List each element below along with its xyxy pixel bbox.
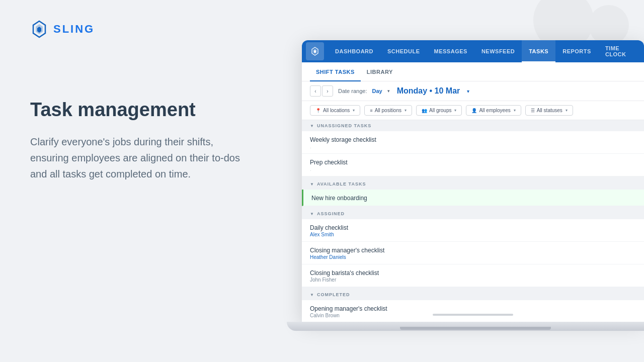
collapse-completed-icon[interactable]: ▼ [310, 293, 314, 297]
section-label-unassigned: UNASSIGNED TASKS [317, 123, 371, 128]
statuses-icon: ☰ [531, 108, 535, 113]
nav-dashboard[interactable]: DASHBOARD [328, 40, 380, 62]
filter-employees-arrow: ▾ [514, 108, 516, 113]
task-row-available[interactable]: New hire onboarding [302, 190, 644, 206]
nav-bar: DASHBOARD SCHEDULE MESSAGES NEWSFEED TAS… [302, 40, 644, 62]
tab-library[interactable]: LIBRARY [361, 62, 399, 81]
date-range-value[interactable]: Day [372, 88, 382, 94]
task-name: Closing manager's checklist [310, 247, 636, 254]
nav-messages[interactable]: MESSAGES [427, 40, 474, 62]
logo: SLING [30, 20, 267, 38]
date-arrows: ‹ › [310, 85, 333, 97]
logo-text: SLING [53, 23, 95, 36]
section-label-completed: COMPLETED [317, 292, 350, 297]
filter-positions-arrow: ▾ [405, 108, 407, 113]
date-range-label: Date range: [338, 88, 367, 94]
nav-tasks[interactable]: TASKS [522, 40, 555, 62]
right-panel: DASHBOARD SCHEDULE MESSAGES NEWSFEED TAS… [297, 0, 644, 362]
task-list: ▼ UNASSIGNED TASKS Weekly storage checkl… [302, 120, 644, 322]
filter-locations[interactable]: 📍 All locations ▾ [310, 105, 360, 116]
collapse-unassigned-icon[interactable]: ▼ [310, 124, 314, 128]
task-row[interactable]: Closing barista's checklist John Fisher [302, 264, 644, 287]
section-header-unassigned: ▼ UNASSIGNED TASKS [302, 120, 644, 131]
filter-statuses-arrow: ▾ [566, 108, 568, 113]
collapse-assigned-icon[interactable]: ▼ [310, 212, 314, 216]
filter-groups-arrow: ▾ [454, 108, 456, 113]
nav-timeclock[interactable]: TIME CLOCK [598, 40, 640, 62]
next-date-button[interactable]: › [322, 85, 333, 97]
location-icon: 📍 [315, 108, 321, 113]
tab-shift-tasks[interactable]: SHIFT TASKS [310, 62, 361, 81]
filter-locations-label: All locations [323, 108, 350, 113]
laptop-screen: DASHBOARD SCHEDULE MESSAGES NEWSFEED TAS… [302, 40, 644, 322]
laptop-base [287, 322, 644, 331]
section-label-assigned: ASSGINED [317, 211, 345, 216]
sling-logo-icon [30, 20, 48, 38]
filter-groups[interactable]: 👥 All groups ▾ [416, 105, 462, 116]
collapse-available-icon[interactable]: ▼ [310, 182, 314, 187]
nav-logo [306, 42, 324, 60]
task-row[interactable]: Closing manager's checklist Heather Dani… [302, 242, 644, 264]
current-date-arrow: ▾ [467, 88, 469, 94]
task-sub-assignee: Alex Smith [310, 232, 636, 237]
left-panel: SLING Task management Clarify everyone's… [0, 0, 297, 362]
task-name: Closing barista's checklist [310, 269, 636, 277]
nav-items: DASHBOARD SCHEDULE MESSAGES NEWSFEED TAS… [328, 40, 640, 62]
task-name: New hire onboarding [311, 195, 636, 202]
nav-reports[interactable]: REPORTS [555, 40, 598, 62]
prev-date-button[interactable]: ‹ [310, 85, 321, 97]
laptop-container: DASHBOARD SCHEDULE MESSAGES NEWSFEED TAS… [297, 10, 644, 362]
task-sub-assignee: John Fisher [310, 277, 636, 283]
positions-icon: ≡ [370, 108, 372, 113]
nav-schedule[interactable]: SCHEDULE [380, 40, 427, 62]
filter-statuses-label: All statuses [537, 108, 562, 113]
task-name: Prep checklist [310, 159, 636, 166]
task-sub: . [310, 166, 636, 172]
filter-locations-arrow: ▾ [353, 108, 355, 113]
task-name: Weekly storage checklist [310, 136, 636, 143]
current-date[interactable]: Monday • 10 Mar [397, 86, 460, 96]
employees-icon: 👤 [471, 108, 477, 113]
section-label-available: AVAILABLE TASKS [317, 182, 366, 187]
task-name: Daily checklist [310, 224, 636, 231]
task-sub-assignee: Heather Daniels [310, 254, 636, 260]
filter-employees-label: All employees [479, 108, 510, 113]
filter-bar: 📍 All locations ▾ ≡ All positions ▾ 👥 Al… [302, 101, 644, 120]
scroll-indicator [433, 314, 513, 316]
task-sub: . [310, 144, 636, 149]
task-name: Opening manager's checklist [310, 305, 636, 312]
date-nav: ‹ › Date range: Day ▾ Monday • 10 Mar ▾ [302, 81, 644, 101]
task-row[interactable]: Prep checklist . [302, 154, 644, 176]
task-row[interactable]: Opening manager's checklist Calvin Brown [302, 300, 644, 322]
task-row[interactable]: Daily checklist Alex Smith [302, 219, 644, 242]
section-header-completed: ▼ COMPLETED [302, 289, 644, 300]
filter-positions[interactable]: ≡ All positions ▾ [364, 105, 412, 116]
nav-newsfeed[interactable]: NEWSFEED [474, 40, 522, 62]
main-heading: Task management [30, 99, 267, 122]
filter-positions-label: All positions [375, 108, 401, 113]
section-header-assigned: ▼ ASSGINED [302, 208, 644, 219]
groups-icon: 👥 [422, 108, 427, 113]
filter-groups-label: All groups [429, 108, 451, 113]
date-range-arrow: ▾ [387, 88, 390, 94]
main-description: Clarify everyone's jobs during their shi… [30, 134, 242, 182]
sub-tabs: SHIFT TASKS LIBRARY [302, 62, 644, 81]
task-row[interactable]: Weekly storage checklist . [302, 131, 644, 154]
filter-employees[interactable]: 👤 All employees ▾ [466, 105, 521, 116]
filter-statuses[interactable]: ☰ All statuses ▾ [525, 105, 573, 116]
section-header-available: ▼ AVAILABLE TASKS [302, 178, 644, 190]
